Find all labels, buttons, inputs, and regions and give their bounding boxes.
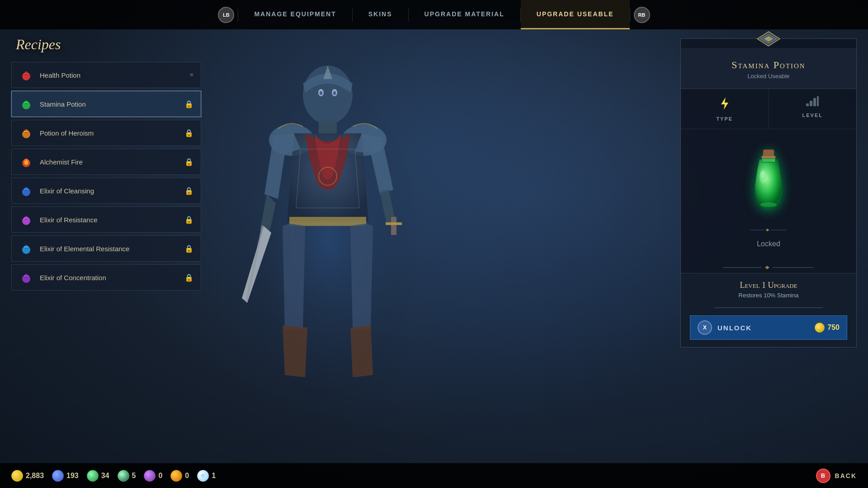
recipe-item-potion-of-heroism[interactable]: Potion of Heroism 🔒 bbox=[11, 120, 201, 146]
green-icon bbox=[87, 470, 99, 482]
green-currency: 34 bbox=[87, 470, 109, 482]
item-detail-panel: Stamina Potion Locked Useable TYPE bbox=[680, 38, 857, 347]
svg-rect-31 bbox=[24, 217, 28, 219]
cost-value: 750 bbox=[827, 324, 840, 332]
item-stats-row: TYPE LEVEL bbox=[681, 89, 856, 129]
item-subtitle: Locked Useable bbox=[690, 73, 847, 80]
elixir-of-cleansing-name: Elixir of Cleansing bbox=[40, 187, 181, 195]
purple-icon bbox=[144, 470, 156, 482]
elixir-of-resistance-name: Elixir of Resistance bbox=[40, 216, 181, 224]
divider-ornament-top bbox=[690, 226, 847, 233]
back-label: BACK bbox=[835, 472, 857, 479]
purple-amount: 0 bbox=[158, 472, 162, 480]
elixir-of-cleansing-lock: 🔒 bbox=[184, 187, 193, 195]
diamond-icon bbox=[197, 470, 209, 482]
header-decoration bbox=[681, 39, 856, 48]
svg-point-51 bbox=[760, 202, 777, 207]
diamond-ornament bbox=[755, 31, 782, 49]
svg-rect-37 bbox=[24, 275, 28, 277]
svg-rect-28 bbox=[24, 188, 28, 190]
green2-icon bbox=[118, 470, 129, 482]
gold-amount: 2,883 bbox=[26, 472, 44, 480]
health-potion-icon bbox=[19, 68, 33, 82]
elixir-of-resistance-icon bbox=[19, 212, 33, 227]
diamond-currency: 1 bbox=[197, 470, 216, 482]
stat-type: TYPE bbox=[681, 89, 769, 129]
currency-group: 2,883 193 34 5 0 0 1 bbox=[11, 470, 216, 482]
recipe-item-elixir-of-cleansing[interactable]: Elixir of Cleansing 🔒 bbox=[11, 178, 201, 204]
upgrade-divider bbox=[690, 304, 847, 311]
svg-marker-41 bbox=[721, 97, 728, 110]
type-icon bbox=[685, 96, 764, 113]
elixir-of-cleansing-icon bbox=[19, 183, 33, 198]
upgrade-title: Level 1 Upgrade bbox=[690, 281, 847, 290]
recipe-item-alchemist-fire[interactable]: Alchemist Fire 🔒 bbox=[11, 149, 201, 175]
stamina-potion-lock: 🔒 bbox=[184, 100, 193, 108]
svg-point-25 bbox=[24, 160, 28, 165]
item-header: Stamina Potion Locked Useable bbox=[681, 48, 856, 89]
gold-currency: 2,883 bbox=[11, 470, 44, 482]
orange-icon bbox=[170, 470, 182, 482]
recipe-item-elixir-of-elemental-resistance[interactable]: Elixir of Elemental Resistance 🔒 bbox=[11, 235, 201, 262]
recipe-item-elixir-of-concentration[interactable]: Elixir of Concentration 🔒 bbox=[11, 264, 201, 291]
back-button[interactable]: B BACK bbox=[816, 469, 857, 483]
level-icon bbox=[774, 96, 852, 110]
svg-point-49 bbox=[760, 171, 764, 178]
svg-rect-19 bbox=[24, 102, 28, 103]
svg-rect-6 bbox=[391, 217, 396, 235]
alchemist-fire-lock: 🔒 bbox=[184, 158, 193, 166]
green2-amount: 5 bbox=[132, 472, 136, 480]
elixir-of-elemental-resistance-lock: 🔒 bbox=[184, 244, 193, 253]
b-button-icon: B bbox=[816, 469, 830, 483]
stamina-potion-name: Stamina Potion bbox=[40, 100, 181, 108]
tab-skins[interactable]: Skins bbox=[353, 0, 408, 29]
orange-amount: 0 bbox=[185, 472, 189, 480]
svg-marker-56 bbox=[765, 266, 769, 269]
blue-currency: 193 bbox=[52, 470, 79, 482]
svg-rect-16 bbox=[24, 73, 28, 74]
character-model bbox=[215, 50, 441, 434]
svg-rect-50 bbox=[762, 159, 775, 162]
svg-rect-44 bbox=[813, 98, 816, 106]
character-display bbox=[158, 27, 497, 456]
elixir-of-concentration-icon bbox=[19, 270, 33, 285]
alchemist-fire-icon bbox=[19, 155, 33, 169]
gold-icon bbox=[11, 470, 23, 482]
top-navigation: LB Manage Equipment Skins Upgrade Materi… bbox=[0, 0, 868, 29]
tab-upgrade-useable[interactable]: Upgrade Useable bbox=[521, 0, 630, 29]
elixir-of-elemental-resistance-name: Elixir of Elemental Resistance bbox=[40, 245, 181, 253]
rb-button[interactable]: RB bbox=[634, 7, 650, 23]
bottom-bar: 2,883 193 34 5 0 0 1 B bbox=[0, 463, 868, 488]
unlock-button[interactable]: X UNLOCK 750 bbox=[690, 315, 847, 340]
diamond-amount: 1 bbox=[212, 472, 216, 480]
left-panel: Recipes Health Potion ≡ Stamina Potion 🔒… bbox=[11, 36, 201, 291]
elixir-of-elemental-resistance-icon bbox=[19, 241, 33, 256]
level-label: LEVEL bbox=[774, 113, 852, 118]
nav-divider-right bbox=[630, 8, 630, 22]
upgrade-desc: Restores 10% Stamina bbox=[690, 292, 847, 299]
potion-image bbox=[741, 143, 796, 215]
svg-marker-59 bbox=[200, 473, 206, 479]
coin-icon bbox=[815, 323, 825, 333]
green2-currency: 5 bbox=[118, 470, 136, 482]
unlock-label: UNLOCK bbox=[717, 324, 815, 332]
recipe-item-health-potion[interactable]: Health Potion ≡ bbox=[11, 62, 201, 88]
x-button-icon: X bbox=[698, 320, 712, 335]
svg-marker-53 bbox=[766, 228, 769, 231]
svg-rect-7 bbox=[386, 222, 402, 225]
recipe-item-stamina-potion[interactable]: Stamina Potion 🔒 bbox=[11, 91, 201, 117]
tab-manage-equipment[interactable]: Manage Equipment bbox=[238, 0, 352, 29]
svg-rect-42 bbox=[806, 103, 809, 106]
svg-rect-34 bbox=[24, 246, 28, 248]
locked-status: Locked bbox=[757, 240, 780, 248]
purple-currency: 0 bbox=[144, 470, 162, 482]
potion-of-heroism-lock: 🔒 bbox=[184, 129, 193, 137]
blue-icon bbox=[52, 470, 64, 482]
alchemist-fire-name: Alchemist Fire bbox=[40, 158, 181, 166]
green-amount: 34 bbox=[101, 472, 109, 480]
elixir-of-concentration-name: Elixir of Concentration bbox=[40, 274, 181, 282]
tab-upgrade-material[interactable]: Upgrade Material bbox=[409, 0, 520, 29]
recipe-item-elixir-of-resistance[interactable]: Elixir of Resistance 🔒 bbox=[11, 206, 201, 233]
lb-button[interactable]: LB bbox=[218, 7, 234, 23]
orange-currency: 0 bbox=[170, 470, 189, 482]
